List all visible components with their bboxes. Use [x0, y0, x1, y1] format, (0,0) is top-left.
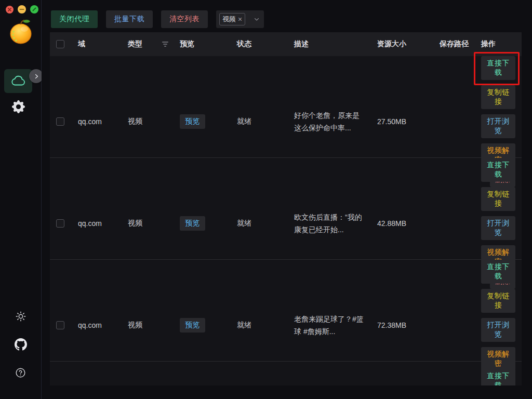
copy-link-button[interactable]: 复制链接	[481, 187, 515, 211]
app-logo-lemon	[7, 18, 35, 46]
sidebar-item-downloads[interactable]	[4, 69, 32, 93]
resource-table: 域 类型 预览 状态 描述 资源大小 保存路径 操作 qq.com 视频 预览 …	[50, 32, 522, 385]
col-header-description: 描述	[287, 39, 370, 49]
preview-button[interactable]: 预览	[180, 114, 205, 129]
open-browser-button[interactable]: 打开浏览	[481, 318, 515, 342]
question-icon	[15, 367, 26, 378]
copy-link-button[interactable]: 复制链接	[481, 289, 515, 313]
sidebar	[0, 0, 42, 399]
row-checkbox[interactable]	[56, 117, 64, 126]
sidebar-footer	[0, 310, 41, 379]
sun-icon	[15, 311, 26, 322]
preview-button[interactable]: 预览	[180, 216, 205, 231]
filter-funnel-icon[interactable]	[162, 42, 168, 47]
direct-download-button[interactable]: 直接下载	[481, 158, 515, 182]
close-icon	[7, 7, 12, 12]
col-header-preview: 预览	[172, 39, 230, 49]
col-header-type-label: 类型	[128, 39, 142, 49]
theme-toggle-button[interactable]	[14, 310, 28, 323]
cloud-icon	[10, 75, 26, 87]
clear-list-button[interactable]: 清空列表	[161, 10, 208, 28]
open-browser-button[interactable]: 打开浏览	[481, 114, 515, 138]
direct-download-button[interactable]: 直接下载	[481, 369, 515, 385]
open-browser-button[interactable]: 打开浏览	[481, 216, 515, 240]
select-caret	[254, 16, 260, 22]
table-row-partial: 直接下载	[50, 362, 522, 385]
toolbar: 关闭代理 批量下载 清空列表 视频 ×	[51, 10, 522, 28]
table-row: qq.com 视频 预览 就绪 老詹来踢足球了？#篮球 #詹姆斯... 72.3…	[50, 260, 522, 362]
chevron-right-icon	[33, 73, 39, 79]
row-checkbox[interactable]	[56, 321, 64, 329]
help-button[interactable]	[14, 366, 28, 379]
window-minimize-button[interactable]	[18, 5, 26, 14]
col-header-status: 状态	[230, 39, 287, 49]
direct-download-button[interactable]: 直接下载	[481, 260, 515, 284]
select-all-checkbox[interactable]	[56, 40, 64, 48]
filter-tag-close-icon[interactable]: ×	[238, 16, 242, 23]
github-link-button[interactable]	[14, 338, 28, 351]
col-header-domain: 域	[71, 39, 121, 49]
gear-icon	[12, 100, 25, 113]
copy-link-button[interactable]: 复制链接	[481, 85, 515, 109]
sidebar-expand-button[interactable]	[29, 69, 43, 83]
cell-actions: 直接下载	[474, 362, 522, 385]
main-content: 关闭代理 批量下载 清空列表 视频 × 域	[42, 0, 532, 399]
table-row: qq.com 视频 预览 就绪 欧文伤后直播：“我的康复已经开始... 42.8…	[50, 158, 522, 260]
chevron-down-icon	[254, 16, 260, 22]
filter-tag-label: 视频	[222, 15, 236, 24]
col-header-type: 类型	[121, 39, 172, 49]
batch-download-button[interactable]: 批量下载	[106, 10, 153, 28]
direct-download-button[interactable]: 直接下载	[481, 56, 515, 80]
col-header-actions: 操作	[474, 39, 522, 49]
sidebar-item-settings[interactable]	[4, 96, 32, 117]
window-close-button[interactable]	[6, 6, 14, 14]
minimize-icon	[19, 7, 24, 12]
row-checkbox[interactable]	[56, 219, 64, 228]
window-controls	[0, 0, 41, 14]
table-row: qq.com 视频 预览 就绪 好你个老詹，原来是这么保护命中率... 27.5…	[50, 56, 522, 158]
maximize-icon	[32, 7, 37, 12]
app-window: 关闭代理 批量下载 清空列表 视频 × 域	[0, 0, 532, 399]
preview-button[interactable]: 预览	[180, 318, 205, 332]
github-icon	[15, 338, 27, 351]
table-header: 域 类型 预览 状态 描述 资源大小 保存路径 操作	[50, 32, 522, 56]
window-maximize-button[interactable]	[30, 5, 38, 14]
col-header-size: 资源大小	[370, 39, 432, 49]
col-header-path: 保存路径	[432, 39, 474, 49]
type-filter-select[interactable]: 视频 ×	[216, 10, 264, 28]
filter-tag: 视频 ×	[219, 13, 245, 25]
close-proxy-button[interactable]: 关闭代理	[51, 10, 98, 28]
